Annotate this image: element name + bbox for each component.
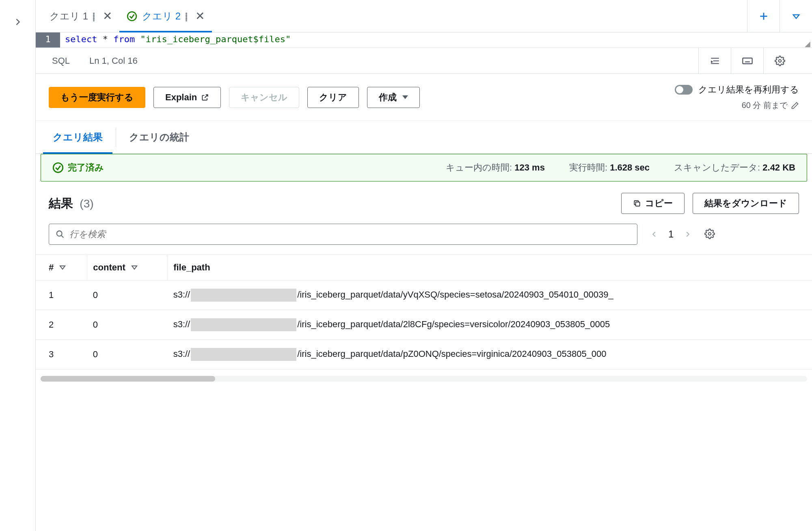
results-title: 結果 xyxy=(49,196,73,210)
close-icon[interactable]: ✕ xyxy=(99,9,112,23)
clear-button[interactable]: クリア xyxy=(307,87,359,108)
svg-point-13 xyxy=(57,231,62,236)
results-count: (3) xyxy=(80,197,93,210)
tab-label: クエリ 2 xyxy=(142,10,181,23)
cancel-button: キャンセル xyxy=(229,87,299,108)
col-file-path[interactable]: file_path xyxy=(168,255,812,281)
cell-index: 3 xyxy=(36,340,87,369)
svg-marker-16 xyxy=(60,266,65,269)
external-link-icon xyxy=(201,93,209,101)
svg-line-14 xyxy=(61,235,64,238)
svg-marker-17 xyxy=(132,266,137,269)
sql-code: select * from "iris_iceberg_parquet$file… xyxy=(60,32,812,47)
redacted-block xyxy=(191,348,296,361)
format-button[interactable] xyxy=(698,48,731,74)
tab-label: クエリ 1 xyxy=(50,10,88,23)
cell-content: 0 xyxy=(87,340,168,369)
sql-editor[interactable]: 1 select * from "iris_iceberg_parquet$fi… xyxy=(36,32,812,48)
svg-rect-4 xyxy=(743,58,752,64)
language-label: SQL xyxy=(52,56,70,66)
sort-icon xyxy=(131,262,138,273)
search-row: 1 xyxy=(36,224,812,255)
explain-button[interactable]: Explain xyxy=(153,87,221,108)
tab-separator xyxy=(116,127,116,147)
line-number: 1 xyxy=(36,32,60,47)
results-table-wrapper: # content file_path 10s3:///iris_iceberg… xyxy=(36,255,812,373)
resize-handle-icon[interactable]: ◢ xyxy=(805,39,810,48)
table-row[interactable]: 10s3:///iris_iceberg_parquet/data/yVqXSQ… xyxy=(36,281,812,310)
reuse-sub-row[interactable]: 60 分 前まで xyxy=(742,100,799,111)
chevron-right-icon xyxy=(12,16,24,28)
toggle-off-icon[interactable] xyxy=(675,85,693,95)
copy-icon xyxy=(633,199,641,207)
drag-handle-icon xyxy=(93,13,95,20)
svg-point-11 xyxy=(53,163,63,172)
caret-down-icon xyxy=(402,95,408,99)
cell-content: 0 xyxy=(87,310,168,340)
query-tabs: クエリ 1 ✕ クエリ 2 ✕ xyxy=(36,0,812,32)
redacted-block xyxy=(191,318,296,331)
tab-query-results[interactable]: クエリ結果 xyxy=(43,121,112,153)
settings-button[interactable] xyxy=(763,48,796,74)
add-tab-button[interactable] xyxy=(747,0,780,32)
run-again-button[interactable]: もう一度実行する xyxy=(49,87,145,108)
svg-rect-12 xyxy=(636,202,640,206)
tab-menu-button[interactable] xyxy=(780,0,812,32)
redacted-block xyxy=(191,289,296,302)
results-header: 結果 (3) コピー 結果をダウンロード xyxy=(36,188,812,224)
page-number: 1 xyxy=(668,229,674,240)
success-icon xyxy=(52,162,64,173)
svg-marker-3 xyxy=(793,15,799,18)
chevron-right-icon[interactable] xyxy=(683,230,692,239)
sort-icon xyxy=(59,262,66,273)
horizontal-scrollbar[interactable] xyxy=(41,376,807,382)
cell-content: 0 xyxy=(87,281,168,310)
reuse-label: クエリ結果を再利用する xyxy=(698,84,799,96)
col-content[interactable]: content xyxy=(87,255,168,281)
chevron-left-icon[interactable] xyxy=(650,230,659,239)
table-settings-button[interactable] xyxy=(704,229,715,240)
left-rail-expand[interactable] xyxy=(0,0,36,531)
create-button[interactable]: 作成 xyxy=(367,87,420,108)
cell-file-path: s3:///iris_iceberg_parquet/data/yVqXSQ/s… xyxy=(168,281,812,310)
pager: 1 xyxy=(650,229,692,240)
svg-point-10 xyxy=(778,59,781,62)
search-icon xyxy=(56,230,65,239)
action-bar: もう一度実行する Explain キャンセル クリア 作成 クエリ結果を再利用す… xyxy=(36,74,812,121)
cell-file-path: s3:///iris_iceberg_parquet/data/2l8CFg/s… xyxy=(168,310,812,340)
success-icon xyxy=(127,11,137,22)
editor-status-bar: SQL Ln 1, Col 16 xyxy=(36,48,812,74)
table-row[interactable]: 30s3:///iris_iceberg_parquet/data/pZ0ONQ… xyxy=(36,340,812,369)
scrollbar-thumb[interactable] xyxy=(41,376,215,382)
svg-point-15 xyxy=(708,232,711,235)
keyboard-button[interactable] xyxy=(731,48,763,74)
tab-query-1[interactable]: クエリ 1 ✕ xyxy=(42,0,119,32)
edit-icon xyxy=(791,101,799,110)
reuse-toggle-row[interactable]: クエリ結果を再利用する xyxy=(675,84,799,96)
cell-file-path: s3:///iris_iceberg_parquet/data/pZ0ONQ/s… xyxy=(168,340,812,369)
cell-index: 1 xyxy=(36,281,87,310)
result-tabs: クエリ結果 クエリの統計 xyxy=(36,121,812,154)
tab-query-2[interactable]: クエリ 2 ✕ xyxy=(119,0,212,32)
results-table: # content file_path 10s3:///iris_iceberg… xyxy=(36,255,812,369)
copy-button[interactable]: コピー xyxy=(621,193,685,214)
completed-label: 完了済み xyxy=(68,162,104,174)
cell-index: 2 xyxy=(36,310,87,340)
table-row[interactable]: 20s3:///iris_iceberg_parquet/data/2l8CFg… xyxy=(36,310,812,340)
status-banner: 完了済み キュー内の時間: 123 ms 実行時間: 1.628 sec スキャ… xyxy=(41,154,807,181)
close-icon[interactable]: ✕ xyxy=(192,9,205,23)
tab-query-stats[interactable]: クエリの統計 xyxy=(119,121,199,153)
cursor-position: Ln 1, Col 16 xyxy=(89,56,138,66)
search-input[interactable] xyxy=(69,229,631,240)
drag-handle-icon xyxy=(186,13,187,20)
download-button[interactable]: 結果をダウンロード xyxy=(693,193,799,214)
svg-point-0 xyxy=(127,12,136,21)
col-index[interactable]: # xyxy=(36,255,87,281)
search-input-wrapper[interactable] xyxy=(49,224,637,245)
